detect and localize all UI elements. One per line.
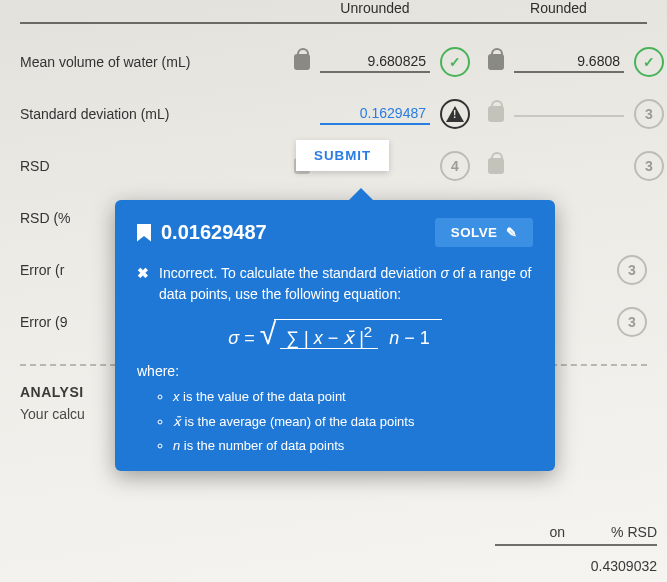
lock-icon [294,54,310,70]
submit-button[interactable]: SUBMIT [296,140,389,171]
label-rsd: RSD [20,158,280,174]
where-item-xbar: x̄ is the average (mean) of the data poi… [173,410,533,435]
check-icon: ✓ [440,47,470,77]
value-mean-unrounded: 9.680825 [320,51,430,73]
lock-icon [488,106,504,122]
x-icon: ✖ [137,263,149,284]
check-icon: ✓ [634,47,664,77]
equation: σ = √ ∑ | x − x̄ |2 n − 1 [137,319,533,349]
label-stddev: Standard deviation (mL) [20,106,280,122]
popup-message: ✖ Incorrect. To calculate the standard d… [137,263,533,305]
solve-button[interactable]: SOLVE ✎ [435,218,533,247]
row-mean-volume: Mean volume of water (mL) 9.680825 ✓ 9.6… [20,36,647,88]
where-list: x is the value of the data point x̄ is t… [173,385,533,459]
placeholder-circle: 3 [617,255,647,285]
wand-icon: ✎ [506,225,518,240]
placeholder-circle: 3 [617,307,647,337]
placeholder-circle: 4 [440,151,470,181]
warning-icon [440,99,470,129]
bottom-h2: % RSD [587,524,657,540]
placeholder-circle: 3 [634,151,664,181]
where-item-x: x is the value of the data point [173,385,533,410]
lock-icon [488,158,504,174]
row-stddev: Standard deviation (mL) 0.1629487 3 [20,88,647,140]
column-headers: Unrounded Rounded [20,0,647,24]
popup-msg-a: Incorrect. To calculate the standard dev… [159,265,440,281]
bottom-table: on % RSD 0.4309032 [495,520,657,574]
sigma-symbol: σ [440,265,448,281]
input-stddev-unrounded[interactable]: 0.1629487 [320,103,430,125]
where-label: where: [137,363,533,379]
bookmark-icon[interactable] [137,224,151,242]
bottom-h1: on [495,524,565,540]
header-rounded: Rounded [470,0,647,16]
where-item-n: n is the number of data points [173,434,533,459]
solve-label: SOLVE [451,225,498,240]
feedback-popup: 0.01629487 SOLVE ✎ ✖ Incorrect. To calcu… [115,200,555,471]
placeholder-circle: 3 [634,99,664,129]
header-unrounded: Unrounded [280,0,470,16]
label-mean-volume: Mean volume of water (mL) [20,54,280,70]
popup-value: 0.01629487 [161,221,267,244]
value-stddev-rounded [514,111,624,117]
lock-icon [488,54,504,70]
bottom-v2: 0.4309032 [587,558,657,574]
value-mean-rounded: 9.6808 [514,51,624,73]
